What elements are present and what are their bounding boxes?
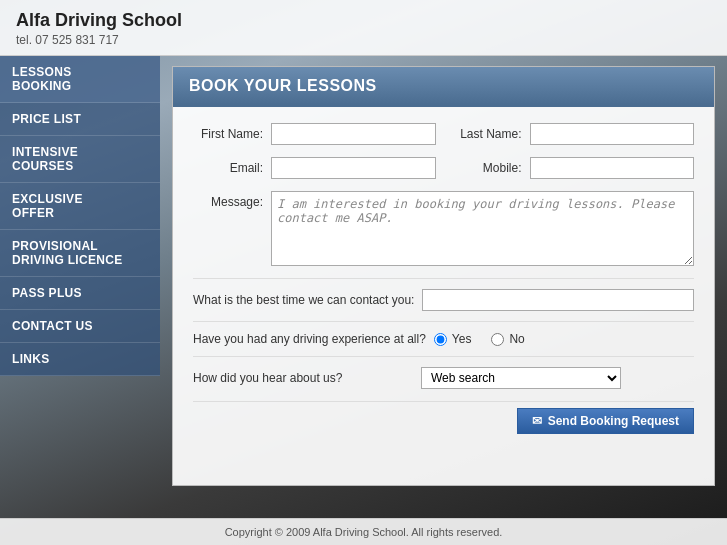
sidebar-item-links[interactable]: LINKS [0, 343, 160, 376]
message-textarea[interactable]: I am interested in booking your driving … [271, 191, 694, 266]
submit-label: Send Booking Request [548, 414, 679, 428]
mobile-input[interactable] [530, 157, 695, 179]
no-label: No [509, 332, 524, 346]
yes-radio[interactable] [434, 333, 447, 346]
footer: Copyright © 2009 Alfa Driving School. Al… [0, 518, 727, 545]
driving-experience-row: Have you had any driving experience at a… [193, 321, 694, 346]
sidebar-item-intensive-courses[interactable]: INTENSIVECOURSES [0, 136, 160, 183]
email-input[interactable] [271, 157, 436, 179]
contact-time-input[interactable] [422, 289, 694, 311]
content-header: BOOK YOUR LESSONS [173, 67, 714, 107]
email-mobile-row: Email: Mobile: [193, 157, 694, 179]
sidebar-item-provisional-driving-licence[interactable]: PROVISIONALDRIVING LICENCE [0, 230, 160, 277]
mobile-group: Mobile: [452, 157, 695, 179]
yes-label: Yes [452, 332, 472, 346]
message-row: Message: I am interested in booking your… [193, 191, 694, 266]
last-name-label: Last Name: [452, 127, 522, 141]
no-radio[interactable] [491, 333, 504, 346]
content-title: BOOK YOUR LESSONS [189, 77, 377, 94]
sidebar: LESSONSBOOKING PRICE LIST INTENSIVECOURS… [0, 56, 160, 518]
page-container: Alfa Driving School tel. 07 525 831 717 … [0, 0, 727, 545]
main-layout: LESSONSBOOKING PRICE LIST INTENSIVECOURS… [0, 56, 727, 518]
hear-about-select[interactable]: Web search Google Leaflet Friend Other [421, 367, 621, 389]
site-title: Alfa Driving School [16, 10, 711, 31]
sidebar-item-exclusive-offer[interactable]: EXCLUSIVEOFFER [0, 183, 160, 230]
envelope-icon: ✉ [532, 414, 542, 428]
hear-about-label: How did you hear about us? [193, 371, 413, 385]
contact-time-row: What is the best time we can contact you… [193, 278, 694, 311]
form-actions: ✉ Send Booking Request [193, 401, 694, 434]
name-row: First Name: Last Name: [193, 123, 694, 145]
content-panel: BOOK YOUR LESSONS First Name: Last Name: [172, 66, 715, 486]
email-label: Email: [193, 161, 263, 175]
site-phone: tel. 07 525 831 717 [16, 33, 711, 47]
sidebar-item-lessons-booking[interactable]: LESSONSBOOKING [0, 56, 160, 103]
contact-time-label: What is the best time we can contact you… [193, 293, 414, 307]
first-name-input[interactable] [271, 123, 436, 145]
sidebar-item-price-list[interactable]: PRICE LIST [0, 103, 160, 136]
first-name-group: First Name: [193, 123, 436, 145]
yes-option: Yes [434, 332, 472, 346]
no-option: No [491, 332, 524, 346]
sidebar-item-pass-plus[interactable]: PASS PLUS [0, 277, 160, 310]
mobile-label: Mobile: [452, 161, 522, 175]
form-container: First Name: Last Name: Email: [173, 107, 714, 450]
message-label: Message: [193, 191, 263, 209]
email-group: Email: [193, 157, 436, 179]
content-area: BOOK YOUR LESSONS First Name: Last Name: [160, 56, 727, 518]
header: Alfa Driving School tel. 07 525 831 717 [0, 0, 727, 56]
radio-group: Yes No [434, 332, 525, 346]
sidebar-item-contact-us[interactable]: CONTACT US [0, 310, 160, 343]
outer-wrapper: Alfa Driving School tel. 07 525 831 717 … [0, 0, 727, 545]
hear-about-row: How did you hear about us? Web search Go… [193, 356, 694, 389]
last-name-group: Last Name: [452, 123, 695, 145]
footer-text: Copyright © 2009 Alfa Driving School. Al… [225, 526, 503, 538]
last-name-input[interactable] [530, 123, 695, 145]
submit-button[interactable]: ✉ Send Booking Request [517, 408, 694, 434]
driving-experience-label: Have you had any driving experience at a… [193, 332, 426, 346]
first-name-label: First Name: [193, 127, 263, 141]
